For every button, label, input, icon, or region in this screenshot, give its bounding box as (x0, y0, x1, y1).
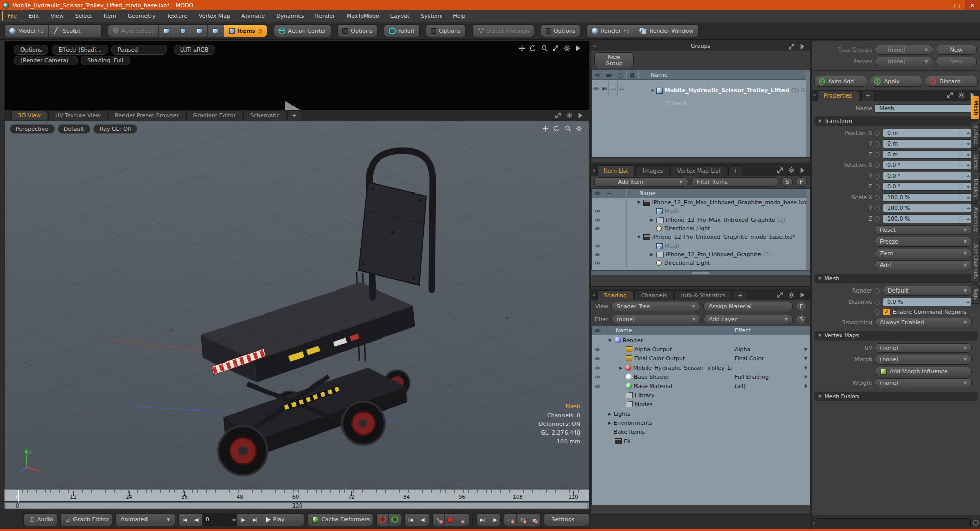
zero-dropdown[interactable]: Zero▼ (875, 249, 972, 258)
pan-icon[interactable] (518, 44, 525, 52)
freeze-dropdown[interactable]: Freeze▼ (875, 237, 972, 247)
side-tab-user-channels[interactable]: User Channels (971, 238, 980, 283)
play-button[interactable]: Play (261, 514, 304, 526)
effect-cell[interactable]: Alpha▼ (732, 345, 810, 354)
stepper-icon[interactable]: ◀▶ (966, 196, 970, 200)
channel-ring-icon[interactable] (875, 174, 880, 179)
cache-deformers-button[interactable]: Cache Deformers (308, 514, 373, 526)
expander-icon[interactable]: ▼ (607, 338, 612, 343)
eye-icon[interactable] (592, 372, 603, 381)
selection-mode-cube-button[interactable] (159, 25, 175, 37)
tab-gradient-editor[interactable]: Gradient Editor (186, 110, 242, 120)
anim-mode-dropdown[interactable]: Animated▾ (116, 514, 175, 526)
eye-icon[interactable] (592, 215, 603, 224)
selection-mode-cube-button[interactable] (208, 25, 224, 37)
effect-cell[interactable] (732, 418, 810, 427)
tri-icon[interactable] (799, 43, 806, 50)
effect-cell[interactable]: Final Color▼ (732, 354, 810, 363)
zoom-icon[interactable] (541, 44, 548, 52)
weight-dropdown[interactable]: (none)▼ (875, 378, 972, 388)
eye-icon[interactable] (592, 81, 600, 96)
effect-cell[interactable] (732, 409, 810, 418)
eye-icon[interactable] (592, 363, 603, 372)
checkbox-icon[interactable]: ▭ (609, 81, 618, 96)
scrollbar[interactable] (806, 70, 810, 157)
gear-icon[interactable] (958, 91, 965, 99)
stepper-icon[interactable]: ◀▶ (966, 174, 970, 178)
eye-icon[interactable] (592, 242, 603, 250)
filter-dropdown[interactable]: (none)▼ (611, 315, 701, 324)
stepper-icon[interactable]: ◀▶ (966, 185, 970, 189)
transform-value-field[interactable]: 0 m◀▶ (883, 129, 972, 137)
channel-ring-icon[interactable] (875, 163, 880, 168)
assign-material-button[interactable]: Assign Material (703, 302, 793, 311)
tab-properties[interactable]: Properties (817, 90, 859, 101)
auto-add-button[interactable]: + Auto Add (814, 76, 867, 87)
tri-icon[interactable] (799, 291, 806, 298)
zoom-icon[interactable] (564, 125, 571, 132)
shader-tree-row[interactable]: Bake Items (592, 427, 810, 437)
f-button[interactable]: F (796, 177, 807, 187)
perspective-button[interactable]: Perspective (10, 124, 55, 134)
sculpt-tool-button[interactable]: Sculpt (49, 25, 101, 37)
expand-plus-icon[interactable]: + (651, 88, 654, 93)
transform-value-field[interactable]: 100.0 %◀▶ (883, 214, 972, 223)
maximize-button[interactable]: ▢ (949, 0, 965, 10)
prev-frame-button[interactable]: ◀| (190, 514, 202, 526)
shader-tree-row[interactable]: ▶Lights (592, 409, 810, 418)
channel-ring-icon[interactable] (875, 300, 880, 305)
minimize-button[interactable]: — (934, 0, 949, 10)
itemlist-tab-vertex-map-list[interactable]: Vertex Map List (671, 165, 727, 176)
menu-item-edit[interactable]: Edit (22, 11, 44, 21)
preview-shading-full-button[interactable]: Shading: Full (81, 56, 130, 65)
menu-item-file[interactable]: File (2, 11, 22, 21)
side-tab-assembly[interactable]: Assembly (971, 203, 980, 236)
enable-command-regions-checkbox[interactable]: ✓ (883, 308, 890, 316)
shader-tree-row[interactable]: Nodes (592, 400, 810, 409)
s-button[interactable]: S (781, 177, 793, 187)
item-list-row[interactable]: Directional Light (592, 224, 810, 233)
transform-section-header[interactable]: ▼Transform (814, 116, 978, 126)
stepper-icon[interactable]: ◀▶ (966, 163, 970, 167)
eye-icon[interactable] (592, 224, 603, 233)
settings-button[interactable]: Settings (544, 514, 589, 526)
eye-icon[interactable] (592, 381, 603, 391)
preview-render-camera-button[interactable]: (Render Camera) (14, 56, 78, 65)
render-window-button[interactable]: Render Window (634, 25, 698, 37)
menu-item-maxtomodo[interactable]: MaxToModo (341, 11, 385, 21)
items-mode-button[interactable]: Items5 (224, 25, 267, 37)
effect-cell[interactable] (732, 437, 810, 446)
item-list-row[interactable]: Mesh (592, 242, 810, 250)
shading-tab-channels[interactable]: Channels (634, 290, 674, 300)
tab-render-preset-browser[interactable]: Render Preset Browser (108, 110, 185, 120)
raygl-button[interactable]: Ray GL: Off (93, 124, 137, 134)
shading-tab-info-statistics[interactable]: Info & Statistics (675, 290, 732, 300)
expander-icon[interactable]: ▶ (607, 421, 612, 425)
menu-item-render[interactable]: Render (309, 11, 340, 21)
tab-3d-view[interactable]: 3D View (11, 110, 47, 120)
group-row[interactable]: ▭ ▭ + Mobile_Hydraulic_Scissor_Trolley_L… (592, 80, 810, 97)
effect-cell[interactable]: ▼ (732, 363, 810, 372)
expander-icon[interactable]: ▶ (649, 218, 654, 222)
stepper-icon[interactable]: ◀▶ (966, 217, 970, 221)
uv-dropdown[interactable]: (none)▼ (875, 343, 972, 353)
channel-ring-icon[interactable] (875, 195, 880, 200)
menu-item-item[interactable]: Item (98, 11, 122, 21)
effect-cell[interactable] (732, 335, 810, 345)
shader-tree-row[interactable]: Alpha OutputAlpha▼ (592, 345, 810, 354)
render-button[interactable]: RenderF9 (587, 25, 634, 37)
channel-ring-icon[interactable] (875, 141, 880, 147)
gear-icon[interactable] (563, 44, 570, 52)
last-key-button[interactable]: ]▶ (488, 514, 500, 526)
menu-item-view[interactable]: View (45, 11, 69, 21)
menu-item-dynamics[interactable]: Dynamics (271, 11, 309, 21)
next-frame-button[interactable]: |▶ (237, 514, 249, 526)
command-input[interactable] (817, 518, 971, 527)
item-list-row[interactable]: Directional Light (592, 259, 810, 268)
expand-icon[interactable] (946, 91, 953, 99)
camera-icon[interactable] (600, 81, 609, 96)
item-list-row[interactable]: ▼iPhone_12_Pro_Unboxed_Graphite_modo_bas… (592, 233, 810, 242)
add-morph-influence-button[interactable]: Add Morph Influence (875, 367, 972, 376)
command-prompt-icon[interactable]: › (813, 520, 815, 526)
record-button[interactable] (445, 514, 456, 526)
